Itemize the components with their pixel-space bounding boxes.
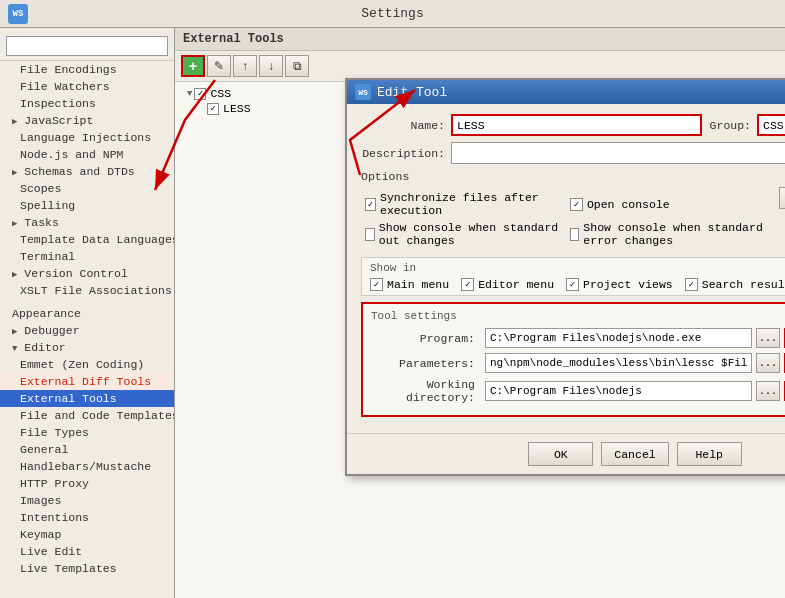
working-dir-browse-button[interactable]: ... — [756, 381, 780, 401]
name-input[interactable] — [451, 114, 702, 136]
edit-tool-dialog: WS Edit Tool ✕ Name: Group: ▼ — [345, 78, 785, 476]
sidebar-item-xslt[interactable]: XSLT File Associations — [0, 282, 174, 299]
parameters-input[interactable] — [485, 353, 752, 373]
css-checkbox[interactable]: ✓ — [194, 88, 206, 100]
program-label: Program: — [371, 332, 481, 345]
search-results-label: Search results — [702, 278, 785, 291]
copy-button[interactable]: ⧉ — [285, 55, 309, 77]
description-row: Description: — [361, 142, 785, 164]
sidebar-item-general[interactable]: General — [0, 441, 174, 458]
option-sync-files: ✓ Synchronize files after execution — [365, 191, 566, 217]
sidebar-item-file-types[interactable]: File Types — [0, 424, 174, 441]
move-down-button[interactable]: ↓ — [259, 55, 283, 77]
settings-sidebar: File Encodings File Watchers Inspections… — [0, 28, 175, 598]
sidebar-item-javascript[interactable]: ▶ JavaScript — [0, 112, 174, 129]
ok-button[interactable]: OK — [528, 442, 593, 466]
sidebar-item-file-code-templates[interactable]: File and Code Templates — [0, 407, 174, 424]
ext-tools-header: External Tools — [175, 28, 785, 51]
tool-settings-section: Tool settings Program: ... Insert macro.… — [361, 302, 785, 417]
parameters-row: Parameters: ... Insert macro... — [371, 353, 785, 373]
show-in-main-menu: ✓ Main menu — [370, 278, 449, 291]
show-in-options: ✓ Main menu ✓ Editor menu ✓ Project view… — [370, 278, 785, 291]
sidebar-item-file-watchers[interactable]: File Watchers — [0, 78, 174, 95]
show-in-editor-menu: ✓ Editor menu — [461, 278, 554, 291]
name-label: Name: — [361, 119, 451, 132]
show-in-section: Show in ✓ Main menu ✓ Editor menu ✓ Proj — [361, 257, 785, 296]
sidebar-item-intentions[interactable]: Intentions — [0, 509, 174, 526]
sidebar-item-terminal[interactable]: Terminal — [0, 248, 174, 265]
working-dir-label: Working directory: — [371, 378, 481, 404]
sidebar-search-input[interactable] — [6, 36, 168, 56]
sidebar-item-language-injections[interactable]: Language Injections — [0, 129, 174, 146]
stdout-checkbox[interactable] — [365, 228, 375, 241]
dialog-footer: OK Cancel Help — [347, 433, 785, 474]
sidebar-item-nodejs[interactable]: Node.js and NPM — [0, 146, 174, 163]
working-dir-input[interactable] — [485, 381, 752, 401]
stderr-label: Show console when standard error changes — [583, 221, 770, 247]
program-input[interactable] — [485, 328, 752, 348]
help-button[interactable]: Help — [677, 442, 742, 466]
dialog-title-bar: WS Edit Tool ✕ — [347, 80, 785, 104]
option-stdout: Show console when standard out changes — [365, 221, 566, 247]
tool-settings-label: Tool settings — [371, 310, 785, 322]
less-checkbox[interactable]: ✓ — [207, 103, 219, 115]
sidebar-item-scopes[interactable]: Scopes — [0, 180, 174, 197]
sidebar-item-live-templates[interactable]: Live Templates — [0, 560, 174, 577]
sidebar-item-http-proxy[interactable]: HTTP Proxy — [0, 475, 174, 492]
description-label: Description: — [361, 147, 451, 160]
sidebar-item-ext-diff-tools[interactable]: External Diff Tools — [0, 373, 174, 390]
search-results-checkbox[interactable]: ✓ — [685, 278, 698, 291]
project-views-label: Project views — [583, 278, 673, 291]
program-row: Program: ... Insert macro... — [371, 328, 785, 348]
sidebar-item-images[interactable]: Images — [0, 492, 174, 509]
sidebar-search-container — [0, 32, 174, 61]
editor-menu-checkbox[interactable]: ✓ — [461, 278, 474, 291]
sidebar-item-file-encodings[interactable]: File Encodings — [0, 61, 174, 78]
sidebar-item-debugger[interactable]: ▶ Debugger — [0, 322, 174, 339]
sidebar-item-version-control[interactable]: ▶ Version Control — [0, 265, 174, 282]
options-grid: ✓ Synchronize files after execution ✓ Op… — [361, 187, 771, 253]
parameters-browse-button[interactable]: ... — [756, 353, 780, 373]
dialog-title: Edit Tool — [377, 85, 447, 100]
open-console-checkbox[interactable]: ✓ — [570, 198, 583, 211]
sidebar-item-inspections[interactable]: Inspections — [0, 95, 174, 112]
sidebar-item-appearance[interactable]: Appearance — [0, 305, 174, 322]
sidebar-item-template-data[interactable]: Template Data Languages — [0, 231, 174, 248]
sidebar-item-keymap[interactable]: Keymap — [0, 526, 174, 543]
sidebar-item-external-tools[interactable]: External Tools — [0, 390, 174, 407]
move-up-button[interactable]: ↑ — [233, 55, 257, 77]
description-input[interactable] — [451, 142, 785, 164]
group-input[interactable] — [757, 114, 785, 136]
expand-css-icon: ▼ — [187, 89, 192, 99]
parameters-label: Parameters: — [371, 357, 481, 370]
project-views-checkbox[interactable]: ✓ — [566, 278, 579, 291]
option-stderr: Show console when standard error changes — [570, 221, 771, 247]
sidebar-item-handlebars[interactable]: Handlebars/Mustache — [0, 458, 174, 475]
main-menu-checkbox[interactable]: ✓ — [370, 278, 383, 291]
sidebar-item-schemas[interactable]: ▶ Schemas and DTDs — [0, 163, 174, 180]
cancel-button[interactable]: Cancel — [601, 442, 668, 466]
sidebar-item-spelling[interactable]: Spelling — [0, 197, 174, 214]
output-filters-button[interactable]: Output Filters... — [779, 187, 785, 209]
open-console-label: Open console — [587, 198, 670, 211]
window-title: Settings — [361, 6, 423, 21]
sync-files-label: Synchronize files after execution — [380, 191, 566, 217]
sync-files-checkbox[interactable]: ✓ — [365, 198, 376, 211]
sidebar-item-tasks[interactable]: ▶ Tasks — [0, 214, 174, 231]
add-tool-button[interactable]: + — [181, 55, 205, 77]
edit-tool-button[interactable]: ✎ — [207, 55, 231, 77]
show-in-search-results: ✓ Search results — [685, 278, 785, 291]
group-label: Group: — [710, 119, 751, 132]
sidebar-item-editor[interactable]: ▼ Editor — [0, 339, 174, 356]
stderr-checkbox[interactable] — [570, 228, 579, 241]
show-in-project-views: ✓ Project views — [566, 278, 673, 291]
title-bar: WS Settings — [0, 0, 785, 28]
working-dir-row: Working directory: ... Insert macro... — [371, 378, 785, 404]
name-group-row: Name: Group: ▼ — [361, 114, 785, 136]
program-browse-button[interactable]: ... — [756, 328, 780, 348]
options-section-label: Options — [361, 170, 785, 183]
group-section: Group: ▼ — [710, 114, 785, 136]
sidebar-item-live-edit[interactable]: Live Edit — [0, 543, 174, 560]
option-open-console: ✓ Open console — [570, 191, 771, 217]
sidebar-item-emmet[interactable]: Emmet (Zen Coding) — [0, 356, 174, 373]
